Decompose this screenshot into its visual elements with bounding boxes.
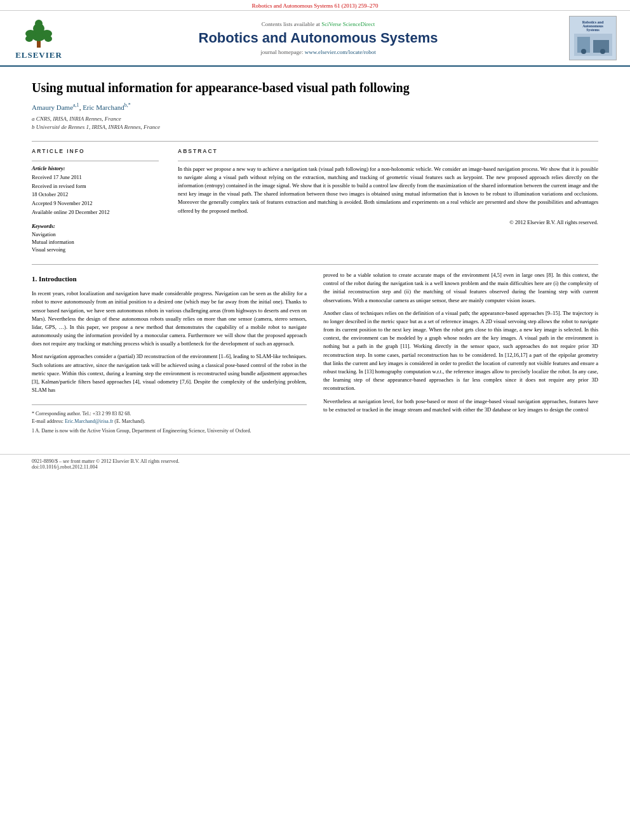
abstract-panel: ABSTRACT In this paper we propose a new … xyxy=(178,148,598,254)
svg-point-3 xyxy=(35,20,43,27)
contents-available-text: Contents lists available at xyxy=(262,21,321,27)
journal-title: Robotics and Autonomous Systems xyxy=(77,30,559,46)
cover-graphic xyxy=(574,34,612,56)
affiliations: a CNRS, IRISA, INRIA Rennes, France b Un… xyxy=(32,115,598,132)
homepage-prefix: journal homepage: xyxy=(260,49,304,55)
elsevier-logo: ELSEVIER xyxy=(10,16,67,60)
article-history-label: Article history: xyxy=(32,165,159,171)
intro-section-num: 1. xyxy=(32,275,37,283)
footnote-area: * Corresponding author. Tel.: +33 2 99 8… xyxy=(32,404,307,435)
cover-thumbnail: Robotics andAutonomousSystems xyxy=(569,16,617,60)
article-info-panel: ARTICLE INFO Article history: Received 1… xyxy=(32,148,159,254)
article-info-abstract-section: ARTICLE INFO Article history: Received 1… xyxy=(32,148,598,254)
journal-citation-bar: Robotics and Autonomous Systems 61 (2013… xyxy=(0,0,630,11)
intro-para3: proved to be a viable solution to create… xyxy=(323,271,598,305)
email-link[interactable]: Eric.Marchand@irisa.fr xyxy=(65,418,113,424)
body-col-right: proved to be a viable solution to create… xyxy=(323,271,598,435)
abstract-divider xyxy=(178,161,598,161)
sciverse-link[interactable]: SciVerse ScienceDirect xyxy=(321,21,375,27)
article-info-label: ARTICLE INFO xyxy=(32,148,159,154)
svg-point-7 xyxy=(44,36,52,42)
intro-para4: Another class of techniques relies on th… xyxy=(323,309,598,393)
paper-title: Using mutual information for appearance-… xyxy=(32,79,598,96)
email-person: (E. Marchand). xyxy=(114,418,145,424)
journal-header-center: Contents lists available at SciVerse Sci… xyxy=(77,21,559,55)
svg-point-6 xyxy=(25,36,33,42)
abstract-text: In this paper we propose a new way to ac… xyxy=(178,165,598,215)
intro-heading: 1. Introduction xyxy=(32,274,307,284)
bottom-bar-text: 0921-8890/$ – see front matter © 2012 El… xyxy=(32,458,180,464)
footnote-1: 1 A. Dame is now with the Active Vision … xyxy=(32,427,307,435)
intro-para2: Most navigation approaches consider a (p… xyxy=(32,352,307,394)
journal-cover-image: Robotics andAutonomousSystems xyxy=(569,16,620,60)
keyword-1: Navigation xyxy=(32,231,159,237)
keywords-label: Keywords: xyxy=(32,223,159,229)
contents-available-line: Contents lists available at SciVerse Sci… xyxy=(77,21,559,27)
received-revised-date: 18 October 2012 xyxy=(32,191,159,199)
svg-point-12 xyxy=(600,49,605,54)
journal-header: ELSEVIER Contents lists available at Sci… xyxy=(0,11,630,67)
elsevier-tree-icon xyxy=(20,16,57,49)
body-content: 1. Introduction In recent years, robot l… xyxy=(32,271,598,435)
svg-point-11 xyxy=(581,49,586,54)
author2-name: Eric Marchand xyxy=(83,103,124,111)
keyword-2: Mutual information xyxy=(32,239,159,245)
accepted-date: Accepted 9 November 2012 xyxy=(32,200,159,208)
author2-sup: b,* xyxy=(124,102,131,108)
intro-section-title: Introduction xyxy=(39,275,77,283)
divider-2 xyxy=(32,264,598,265)
authors-line: Amaury Damea,1, Eric Marchandb,* xyxy=(32,102,598,111)
keyword-3: Visual servoing xyxy=(32,246,159,253)
bottom-bar: 0921-8890/$ – see front matter © 2012 El… xyxy=(0,454,630,474)
elsevier-label: ELSEVIER xyxy=(15,50,62,60)
journal-citation-text: Robotics and Autonomous Systems 61 (2013… xyxy=(251,3,378,9)
body-col-left: 1. Introduction In recent years, robot l… xyxy=(32,271,307,435)
affiliation-b: b Université de Rennes 1, IRISA, INRIA R… xyxy=(32,123,598,132)
email-label-text: E-mail address: xyxy=(32,418,65,424)
intro-para5: Nevertheless at navigation level, for bo… xyxy=(323,397,598,414)
divider-1 xyxy=(32,141,598,142)
copyright-notice: © 2012 Elsevier B.V. All rights reserved… xyxy=(178,219,598,225)
received-revised-label: Received in revised form xyxy=(32,183,159,190)
abstract-label: ABSTRACT xyxy=(178,148,598,154)
homepage-url[interactable]: www.elsevier.com/locate/robot xyxy=(305,49,376,55)
available-online: Available online 20 December 2012 xyxy=(32,209,159,217)
author1-name: Amaury Dame xyxy=(32,103,73,111)
homepage-line: journal homepage: www.elsevier.com/locat… xyxy=(77,49,559,55)
main-content: Using mutual information for appearance-… xyxy=(0,67,630,448)
affiliation-a: a CNRS, IRISA, INRIA Rennes, France xyxy=(32,115,598,124)
received-date: Received 17 June 2011 xyxy=(32,174,159,182)
intro-para1: In recent years, robot localization and … xyxy=(32,290,307,348)
footnote-star: * Corresponding author. Tel.: +33 2 99 8… xyxy=(32,410,307,418)
article-info-divider xyxy=(32,161,159,161)
doi-text: doi:10.1016/j.robot.2012.11.004 xyxy=(32,464,97,470)
author1-sup: a,1 xyxy=(73,102,79,108)
footnote-email: E-mail address: Eric.Marchand@irisa.fr (… xyxy=(32,418,307,425)
